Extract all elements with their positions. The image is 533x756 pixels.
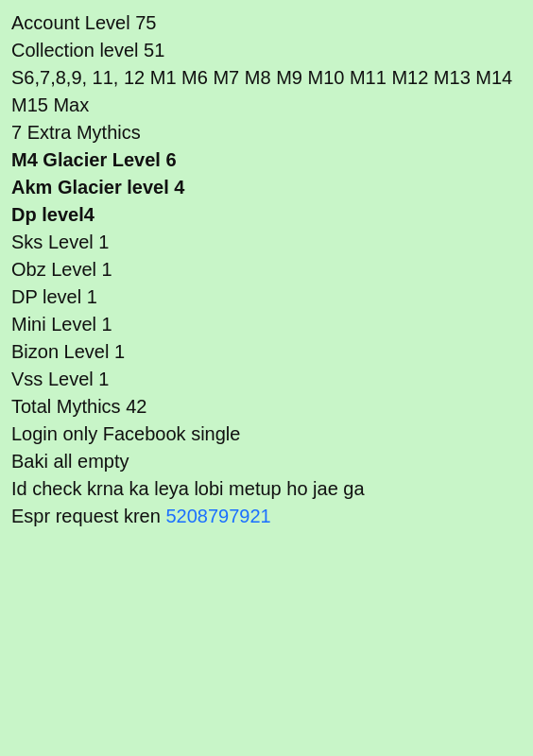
phone-number[interactable]: 5208797921 [165, 506, 270, 526]
mini-level: Mini Level 1 [11, 311, 522, 338]
id-check: Id check krna ka leya lobi metup ho jae … [11, 475, 522, 503]
espr-request: Espr request kren 5208797921 [11, 503, 522, 530]
vss-level: Vss Level 1 [11, 366, 522, 393]
seasons: S6,7,8,9, 11, 12 M1 M6 M7 M8 M9 M10 M11 … [11, 64, 522, 119]
m4-glacier: M4 Glacier Level 6 [11, 146, 522, 174]
login-info: Login only Facebook single [11, 421, 522, 448]
main-content: Account Level 75Collection level 51S6,7,… [11, 9, 522, 530]
extra-mythics: 7 Extra Mythics [11, 119, 522, 146]
collection-level: Collection level 51 [11, 37, 522, 64]
account-level: Account Level 75 [11, 9, 522, 37]
akm-glacier: Akm Glacier level 4 [11, 174, 522, 201]
obz-level: Obz Level 1 [11, 256, 522, 284]
sks-level: Sks Level 1 [11, 229, 522, 256]
total-mythics: Total Mythics 42 [11, 393, 522, 421]
bizon-level: Bizon Level 1 [11, 338, 522, 366]
baki-info: Baki all empty [11, 448, 522, 475]
dp-level: DP level 1 [11, 284, 522, 311]
dp-level4: Dp level4 [11, 201, 522, 229]
